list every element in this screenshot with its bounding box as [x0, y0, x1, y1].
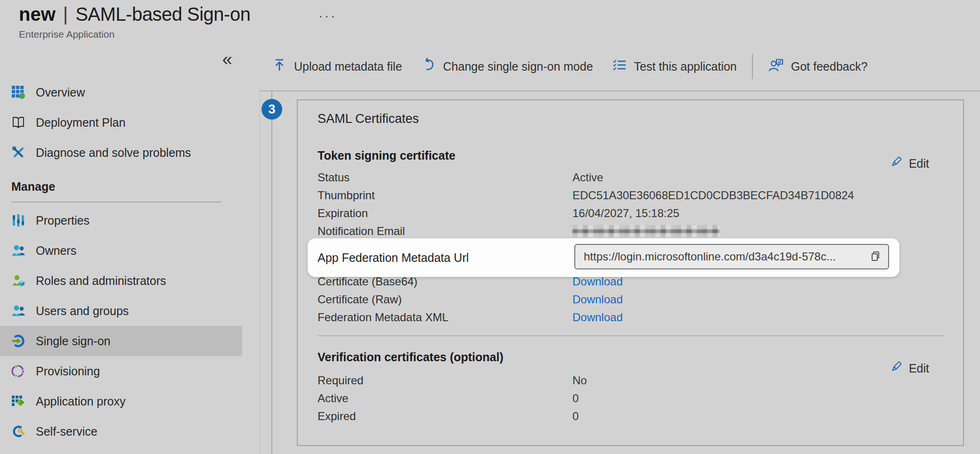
slider-bars-icon	[11, 213, 25, 227]
sidebar-nav: Overview Deployment Plan Diagnose and so…	[0, 77, 260, 446]
verification-certificate-rows: Required No Active 0 Expired 0	[318, 372, 944, 425]
change-sso-mode-label: Change single sign-on mode	[443, 60, 593, 73]
row-label: Notification Email	[318, 225, 572, 238]
copy-icon[interactable]	[868, 250, 882, 264]
metadata-url-value: https://login.microsoftonline.com/d3a4c1…	[584, 250, 865, 263]
row-label: Active	[318, 392, 572, 405]
active-row: Active 0	[318, 389, 944, 407]
sidebar-item-diagnose[interactable]: Diagnose and solve problems	[0, 138, 242, 168]
download-base64-link[interactable]: Download	[572, 275, 623, 288]
change-sso-mode-button[interactable]: Change single sign-on mode	[411, 57, 602, 75]
toolbar-separator	[752, 54, 753, 79]
azure-portal-saml-sso-page: { "palette": { "background": "#d2d2d2", …	[0, 0, 980, 454]
person-cube-icon	[11, 274, 25, 288]
notification-email-row: Notification Email	[318, 222, 944, 240]
sidebar-item-label: Overview	[36, 86, 85, 99]
row-label: Required	[318, 374, 572, 387]
status-row: Status Active	[318, 169, 944, 186]
redacted-email-value	[572, 225, 719, 237]
upload-label: Upload metadata file	[294, 60, 402, 73]
active-count-value: 0	[572, 392, 579, 405]
sidebar-item-users-groups[interactable]: Users and groups	[0, 296, 242, 326]
sidebar-item-label: Roles and administrators	[36, 274, 166, 288]
command-toolbar: Upload metadata file Change single sign-…	[260, 42, 980, 91]
required-row: Required No	[318, 372, 944, 389]
status-value: Active	[572, 171, 603, 184]
sidebar-item-label: Users and groups	[36, 304, 129, 318]
row-label: Expired	[318, 410, 572, 423]
page-header: new | SAML-based Sign-on ··· Enterprise …	[19, 4, 336, 40]
row-label: Certificate (Base64)	[318, 275, 572, 288]
sidebar-item-label: Application proxy	[36, 395, 125, 408]
overview-grid-globe-icon	[11, 85, 25, 99]
got-feedback-button[interactable]: Got feedback?	[759, 57, 877, 75]
open-book-icon	[11, 115, 25, 130]
federation-metadata-xml-row: Federation Metadata XML Download	[318, 308, 944, 326]
row-label: Federation Metadata XML	[318, 311, 572, 324]
row-label: Status	[318, 171, 572, 184]
app-federation-metadata-url-row: App Federation Metadata Url https://logi…	[308, 238, 899, 277]
test-application-label: Test this application	[634, 60, 737, 73]
sidebar-item-label: Diagnose and solve problems	[36, 146, 191, 160]
verification-certificates-heading: Verification certificates (optional)	[318, 350, 504, 364]
title-row: new | SAML-based Sign-on ···	[19, 4, 336, 25]
title-separator: |	[62, 4, 69, 25]
download-metadata-xml-link[interactable]: Download	[572, 311, 623, 324]
crossed-tools-icon	[11, 146, 25, 160]
sidebar-item-label: Properties	[36, 214, 90, 227]
test-application-button[interactable]: Test this application	[603, 57, 746, 75]
sidebar-item-roles-administrators[interactable]: Roles and administrators	[0, 266, 242, 296]
upload-metadata-file-button[interactable]: Upload metadata file	[262, 57, 411, 75]
download-raw-link[interactable]: Download	[572, 293, 623, 306]
sidebar-divider	[11, 202, 221, 203]
sidebar-item-application-proxy[interactable]: Application proxy	[0, 386, 242, 416]
row-label: Certificate (Raw)	[318, 293, 572, 306]
sidebar-item-self-service[interactable]: Self-service	[0, 416, 242, 446]
row-label: Expiration	[318, 207, 572, 220]
page-subtitle: Enterprise Application	[19, 29, 336, 40]
expired-count-value: 0	[572, 410, 579, 423]
two-people-icon	[11, 243, 25, 258]
sync-dots-icon	[11, 364, 25, 378]
grid-diamond-icon	[11, 394, 25, 408]
panel-title: SAML Certificates	[318, 112, 419, 126]
token-certificate-rows: Status Active Thumbprint EDC51A30E36068E…	[318, 169, 944, 240]
sidebar-item-provisioning[interactable]: Provisioning	[0, 356, 242, 386]
sidebar-collapse-button[interactable]: «	[220, 50, 235, 69]
sidebar-item-owners[interactable]: Owners	[0, 235, 242, 266]
sidebar-item-label: Provisioning	[36, 365, 100, 378]
checklist-icon	[612, 57, 627, 75]
thumbprint-row: Thumbprint EDC51A30E36068ED1CD0CDB3BECFA…	[318, 186, 944, 204]
upload-icon	[272, 57, 287, 75]
page-title: SAML-based Sign-on	[75, 4, 250, 25]
sign-in-circle-icon	[11, 334, 25, 348]
got-feedback-label: Got feedback?	[791, 60, 868, 73]
metadata-url-input[interactable]: https://login.microsoftonline.com/d3a4c1…	[574, 244, 889, 269]
certificate-raw-row: Certificate (Raw) Download	[318, 291, 944, 308]
step-connector-line	[271, 91, 272, 454]
row-label: Thumbprint	[318, 189, 572, 202]
sidebar-item-label: Owners	[36, 244, 76, 258]
sidebar-item-deployment-plan[interactable]: Deployment Plan	[0, 107, 242, 138]
expiration-row: Expiration 16/04/2027, 15:18:25	[318, 204, 944, 222]
app-name: new	[19, 4, 56, 25]
expiration-value: 16/04/2027, 15:18:25	[572, 207, 679, 220]
sidebar-item-label: Deployment Plan	[36, 116, 125, 130]
overflow-menu-button[interactable]: ···	[318, 8, 336, 24]
sidebar-item-label: Single sign-on	[36, 334, 110, 348]
sidebar-item-overview[interactable]: Overview	[0, 77, 242, 107]
undo-arrow-icon	[421, 57, 436, 75]
sidebar: « Overview Deployment Plan Diagnose and …	[0, 42, 260, 454]
certificate-download-rows: Certificate (Base64) Download Certificat…	[318, 273, 944, 326]
thumbprint-value: EDC51A30E36068ED1CD0CDB3BECFAD34B71D0824	[572, 189, 854, 202]
sidebar-content-divider	[260, 91, 260, 454]
circle-key-icon	[11, 424, 25, 438]
sidebar-item-single-sign-on[interactable]: Single sign-on	[0, 326, 242, 356]
feedback-person-icon	[768, 57, 784, 75]
sidebar-item-properties[interactable]: Properties	[0, 205, 242, 235]
required-value: No	[572, 374, 587, 387]
panel-section-divider	[318, 335, 945, 336]
sidebar-item-label: Self-service	[36, 425, 98, 438]
expired-row: Expired 0	[318, 407, 944, 425]
token-signing-certificate-heading: Token signing certificate	[318, 149, 456, 162]
